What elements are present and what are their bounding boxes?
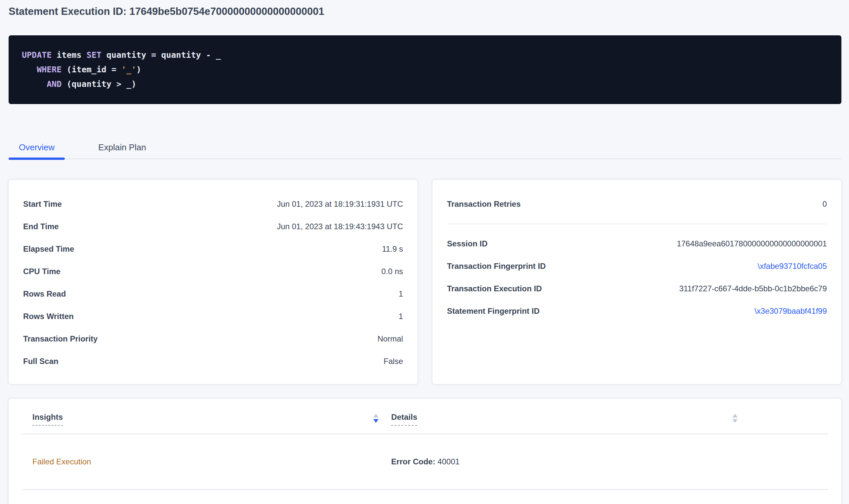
kv-value: 1 [399,312,403,321]
sql-statement-box: UPDATE items SET quantity = quantity - _… [8,35,842,104]
kv-row-transaction-execution-id: Transaction Execution ID 311f7227-c667-4… [447,277,827,300]
sql-indent [22,65,37,74]
kv-label: CPU Time [23,267,60,276]
insights-column-label: Insights [32,413,63,426]
kv-value: False [383,357,403,366]
sql-keyword: AND [47,79,62,89]
sort-ascending-icon [373,414,379,417]
sql-text: (item_id = [62,65,121,74]
kv-row-full-scan: Full Scan False [23,350,403,373]
kv-label: Rows Written [23,312,74,321]
kv-row-transaction-priority: Transaction Priority Normal [23,328,403,350]
statement-fingerprint-link[interactable]: \x3e3079baabf41f99 [755,306,827,316]
sql-text: quantity = quantity - _ [102,50,221,60]
sort-icon[interactable] [732,413,738,423]
kv-row-elapsed-time: Elapsed Time 11.9 s [23,238,403,260]
kv-label: End Time [23,222,59,231]
kv-label: Full Scan [23,357,58,366]
kv-row-cpu-time: CPU Time 0.0 ns [23,260,403,283]
error-code-label: Error Code: [391,457,435,466]
details-column-label: Details [391,413,417,426]
transaction-fingerprint-link[interactable]: \xfabe93710fcfca05 [758,262,827,271]
kv-value: 17648a9eea601780000000000000000001 [677,239,827,248]
kv-label: Start Time [23,199,62,209]
sql-keyword: WHERE [37,65,62,74]
kv-row-rows-read: Rows Read 1 [23,283,403,305]
details-cell: Error Code: 40001 [381,457,739,466]
insights-table-header: Insights Details [22,399,828,434]
kv-row-rows-written: Rows Written 1 [23,305,403,328]
kv-label: Transaction Priority [23,334,98,343]
kv-value: 0.0 ns [382,267,403,276]
sql-string-literal: '_' [121,65,136,74]
sql-text: items [52,50,86,60]
kv-row-start-time: Start Time Jun 01, 2023 at 18:19:31:1931… [23,193,403,215]
sort-ascending-icon [732,414,738,417]
kv-label: Statement Fingerprint ID [447,306,540,316]
details-column-header[interactable]: Details [381,413,739,434]
table-row: Failed Execution Error Code: 40001 [22,434,828,490]
kv-row-transaction-retries: Transaction Retries 0 [447,193,827,215]
kv-label: Rows Read [23,289,66,299]
tabs-bar: Overview Explain Plan [8,138,842,159]
insights-column-header[interactable]: Insights [22,413,381,434]
kv-value: Normal [378,334,403,343]
sql-text: (quantity > _) [62,79,136,89]
insight-cell: Failed Execution [22,457,381,466]
kv-value: 0 [822,199,827,209]
kv-row-end-time: End Time Jun 01, 2023 at 18:19:43:1943 U… [23,215,403,238]
kv-value: 11.9 s [382,245,403,254]
sql-indent [22,79,47,89]
sql-line: UPDATE items SET quantity = quantity - _ [22,48,828,62]
page-title: Statement Execution ID: 17649be5b0754e70… [8,0,842,18]
kv-row-transaction-fingerprint-id: Transaction Fingerprint ID \xfabe93710fc… [447,255,827,277]
sql-line: AND (quantity > _) [22,77,828,91]
sql-line: WHERE (item_id = '_') [22,62,828,77]
kv-row-statement-fingerprint-id: Statement Fingerprint ID \x3e3079baabf41… [447,300,827,322]
tab-overview[interactable]: Overview [8,138,65,159]
sql-text: ) [136,65,141,74]
kv-label: Session ID [447,239,488,248]
insights-table-card: Insights Details Failed Execution Error … [8,399,842,504]
sql-keyword: SET [87,50,102,60]
sort-descending-icon [373,419,379,423]
sql-keyword: UPDATE [22,50,52,60]
sort-icon[interactable] [373,413,379,423]
kv-label: Transaction Execution ID [447,284,542,293]
kv-value: Jun 01, 2023 at 18:19:31:1931 UTC [277,199,403,209]
overview-cards-row: Start Time Jun 01, 2023 at 18:19:31:1931… [8,180,842,384]
kv-value: 1 [399,289,403,299]
kv-label: Elapsed Time [23,245,74,254]
statement-details-card: Start Time Jun 01, 2023 at 18:19:31:1931… [8,180,418,384]
tab-explain-plan[interactable]: Explain Plan [88,138,156,159]
kv-value: Jun 01, 2023 at 18:19:43:1943 UTC [277,222,403,231]
sort-descending-icon [732,419,738,423]
statement-execution-page: Statement Execution ID: 17649be5b0754e70… [0,0,849,504]
kv-label: Transaction Retries [447,199,521,209]
error-code-value: 40001 [435,457,460,466]
kv-row-session-id: Session ID 17648a9eea6017800000000000000… [447,233,827,255]
card-divider [447,223,827,224]
kv-label: Transaction Fingerprint ID [447,262,546,271]
transaction-details-card: Transaction Retries 0 Session ID 17648a9… [432,180,842,384]
kv-value: 311f7227-c667-4dde-b5bb-0c1b2bbe6c79 [679,284,827,293]
